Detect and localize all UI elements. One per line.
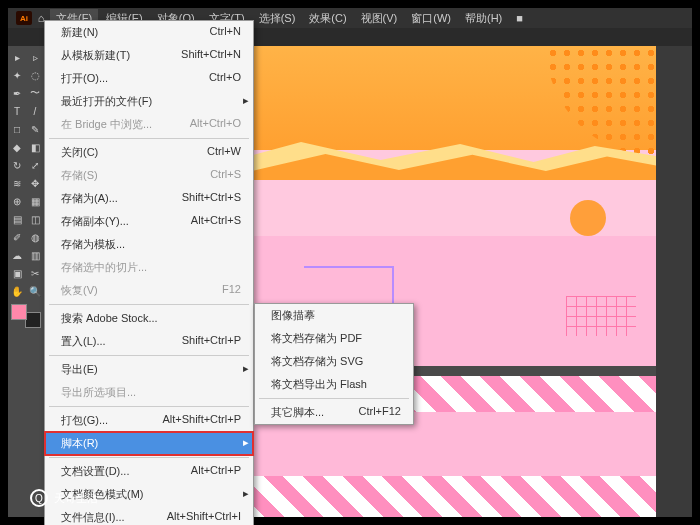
menu-item[interactable]: 脚本(R)▸ bbox=[45, 432, 253, 455]
menu-item[interactable]: 存储副本(Y)...Alt+Ctrl+S bbox=[45, 210, 253, 233]
menu-item-shortcut: Ctrl+W bbox=[207, 145, 241, 160]
tool-eraser[interactable]: ◧ bbox=[26, 138, 44, 156]
submenu-item-label: 其它脚本... bbox=[271, 405, 324, 420]
menu-item-label: 从模板新建(T) bbox=[61, 48, 130, 63]
menu-item: 导出所选项目... bbox=[45, 381, 253, 404]
tool-shape-builder[interactable]: ⊕ bbox=[8, 192, 26, 210]
tool-curvature[interactable]: 〜 bbox=[26, 84, 44, 102]
tool-slice[interactable]: ✂ bbox=[26, 264, 44, 282]
submenu-item[interactable]: 将文档存储为 SVG bbox=[255, 350, 413, 373]
menu-item-label: 导出(E) bbox=[61, 362, 98, 377]
separator bbox=[49, 138, 249, 139]
menu-item[interactable]: 新建(N)Ctrl+N bbox=[45, 21, 253, 44]
separator bbox=[259, 398, 409, 399]
menu-4[interactable]: 选择(S) bbox=[253, 9, 302, 28]
menu-item-label: 存储为(A)... bbox=[61, 191, 118, 206]
submenu-arrow-icon: ▸ bbox=[243, 362, 249, 375]
menu-item-label: 打包(G)... bbox=[61, 413, 108, 428]
watermark: Q 天奇生活 bbox=[30, 489, 98, 507]
menu-item-label: 置入(L)... bbox=[61, 334, 106, 349]
tool-zoom[interactable]: 🔍 bbox=[26, 282, 44, 300]
menu-6[interactable]: 视图(V) bbox=[355, 9, 404, 28]
menu-item[interactable]: 存储为(A)...Shift+Ctrl+S bbox=[45, 187, 253, 210]
tool-direct[interactable]: ▹ bbox=[26, 48, 44, 66]
menu-item[interactable]: 存储为模板... bbox=[45, 233, 253, 256]
menu-item-label: 恢复(V) bbox=[61, 283, 98, 298]
menu-item[interactable]: 打包(G)...Alt+Shift+Ctrl+P bbox=[45, 409, 253, 432]
menu-item[interactable]: 搜索 Adobe Stock... bbox=[45, 307, 253, 330]
menu-5[interactable]: 效果(C) bbox=[303, 9, 352, 28]
menu-item: 存储选中的切片... bbox=[45, 256, 253, 279]
menu-8[interactable]: 帮助(H) bbox=[459, 9, 508, 28]
tool-shaper[interactable]: ◆ bbox=[8, 138, 26, 156]
scripts-submenu: 图像描摹将文档存储为 PDF将文档存储为 SVG将文档导出为 Flash其它脚本… bbox=[254, 303, 414, 425]
tool-hand[interactable]: ✋ bbox=[8, 282, 26, 300]
menu-item-label: 存储选中的切片... bbox=[61, 260, 147, 275]
menu-item-label: 打开(O)... bbox=[61, 71, 108, 86]
tool-blend[interactable]: ◍ bbox=[26, 228, 44, 246]
file-menu-dropdown: 新建(N)Ctrl+N从模板新建(T)Shift+Ctrl+N打开(O)...C… bbox=[44, 20, 254, 525]
submenu-arrow-icon: ▸ bbox=[243, 487, 249, 500]
menu-item-shortcut: Shift+Ctrl+P bbox=[182, 334, 241, 349]
menu-item-label: 存储(S) bbox=[61, 168, 98, 183]
submenu-arrow-icon: ▸ bbox=[243, 436, 249, 449]
tool-width[interactable]: ≋ bbox=[8, 174, 26, 192]
watermark-logo-icon: Q bbox=[30, 489, 48, 507]
menu-item[interactable]: 导出(E)▸ bbox=[45, 358, 253, 381]
submenu-item[interactable]: 将文档导出为 Flash bbox=[255, 373, 413, 396]
submenu-item[interactable]: 将文档存储为 PDF bbox=[255, 327, 413, 350]
submenu-item[interactable]: 其它脚本...Ctrl+F12 bbox=[255, 401, 413, 424]
tool-lasso[interactable]: ◌ bbox=[26, 66, 44, 84]
menu-item-label: 在 Bridge 中浏览... bbox=[61, 117, 152, 132]
tool-eyedropper[interactable]: ✐ bbox=[8, 228, 26, 246]
menu-item-shortcut: Ctrl+S bbox=[210, 168, 241, 183]
menu-item[interactable]: 关闭(C)Ctrl+W bbox=[45, 141, 253, 164]
app-logo-icon: Ai bbox=[16, 11, 32, 25]
menu-item[interactable]: 打开(O)...Ctrl+O bbox=[45, 67, 253, 90]
submenu-item-label: 图像描摹 bbox=[271, 308, 315, 323]
menu-item-shortcut: Alt+Shift+Ctrl+I bbox=[167, 510, 241, 525]
submenu-item-shortcut: Ctrl+F12 bbox=[359, 405, 402, 420]
tool-mesh[interactable]: ▤ bbox=[8, 210, 26, 228]
left-toolbar: ▸▹ ✦◌ ✒〜 T/ □✎ ◆◧ ↻⤢ ≋✥ ⊕▦ ▤◫ ✐◍ ☁▥ ▣✂ ✋… bbox=[8, 46, 44, 517]
submenu-item-label: 将文档导出为 Flash bbox=[271, 377, 367, 392]
menu-item[interactable]: 文件信息(I)...Alt+Shift+Ctrl+I bbox=[45, 506, 253, 525]
tool-type[interactable]: T bbox=[8, 102, 26, 120]
menu-item-label: 搜索 Adobe Stock... bbox=[61, 311, 158, 326]
separator bbox=[49, 406, 249, 407]
tool-symbol[interactable]: ☁ bbox=[8, 246, 26, 264]
menu-item-label: 脚本(R) bbox=[61, 436, 98, 451]
menu-item[interactable]: 从模板新建(T)Shift+Ctrl+N bbox=[45, 44, 253, 67]
tool-rotate[interactable]: ↻ bbox=[8, 156, 26, 174]
menu-item-shortcut: F12 bbox=[222, 283, 241, 298]
menu-item: 在 Bridge 中浏览...Alt+Ctrl+O bbox=[45, 113, 253, 136]
circle-orange bbox=[570, 200, 606, 236]
tool-rect[interactable]: □ bbox=[8, 120, 26, 138]
tool-gradient[interactable]: ◫ bbox=[26, 210, 44, 228]
tool-brush[interactable]: ✎ bbox=[26, 120, 44, 138]
menu-7[interactable]: 窗口(W) bbox=[405, 9, 457, 28]
tool-line[interactable]: / bbox=[26, 102, 44, 120]
color-swatch[interactable] bbox=[11, 304, 41, 328]
menu-extra[interactable]: ■ bbox=[510, 10, 529, 26]
tool-wand[interactable]: ✦ bbox=[8, 66, 26, 84]
menu-item[interactable]: 置入(L)...Shift+Ctrl+P bbox=[45, 330, 253, 353]
tool-selection[interactable]: ▸ bbox=[8, 48, 26, 66]
menu-item-label: 导出所选项目... bbox=[61, 385, 136, 400]
menu-item-label: 文档设置(D)... bbox=[61, 464, 129, 479]
tool-perspective[interactable]: ▦ bbox=[26, 192, 44, 210]
menu-item-label: 新建(N) bbox=[61, 25, 98, 40]
menu-item-shortcut: Ctrl+O bbox=[209, 71, 241, 86]
menu-item-label: 存储副本(Y)... bbox=[61, 214, 129, 229]
tool-artboard[interactable]: ▣ bbox=[8, 264, 26, 282]
tool-scale[interactable]: ⤢ bbox=[26, 156, 44, 174]
menu-item[interactable]: 最近打开的文件(F)▸ bbox=[45, 90, 253, 113]
submenu-item[interactable]: 图像描摹 bbox=[255, 304, 413, 327]
submenu-item-label: 将文档存储为 SVG bbox=[271, 354, 363, 369]
menu-item-shortcut: Alt+Ctrl+P bbox=[191, 464, 241, 479]
tool-free[interactable]: ✥ bbox=[26, 174, 44, 192]
menu-item[interactable]: 文档设置(D)...Alt+Ctrl+P bbox=[45, 460, 253, 483]
tool-pen[interactable]: ✒ bbox=[8, 84, 26, 102]
tool-graph[interactable]: ▥ bbox=[26, 246, 44, 264]
menu-item-shortcut: Alt+Ctrl+O bbox=[190, 117, 241, 132]
